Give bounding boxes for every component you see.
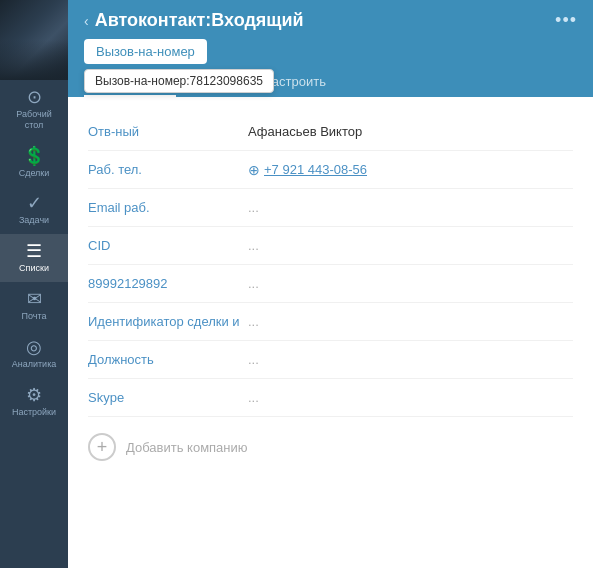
- main-panel: ‹ Автоконтакт:Входящий ••• Вызов-на-номе…: [68, 0, 593, 568]
- header-left: ‹ Автоконтакт:Входящий: [84, 10, 304, 31]
- lists-icon: ☰: [26, 242, 42, 260]
- sidebar-item-settings[interactable]: ⚙Настройки: [0, 378, 68, 426]
- field-value: Афанасьев Виктор: [248, 124, 573, 139]
- field-row: 89992129892...: [88, 265, 573, 303]
- field-value: ...: [248, 390, 573, 405]
- header-top: ‹ Автоконтакт:Входящий •••: [84, 10, 577, 31]
- field-label: Email раб.: [88, 200, 248, 215]
- field-row: CID...: [88, 227, 573, 265]
- field-label: 89992129892: [88, 276, 248, 291]
- sidebar-item-analytics[interactable]: ◎Аналитика: [0, 330, 68, 378]
- content-area: Отв-ныйАфанасьев ВикторРаб. тел.⊕+7 921 …: [68, 97, 593, 568]
- field-value: ...: [248, 352, 573, 367]
- tasks-icon: ✓: [27, 194, 42, 212]
- phone-plus-icon: ⊕: [248, 162, 260, 178]
- call-button-area: Вызов-на-номер Вызов-на-номер:7812309863…: [84, 39, 577, 64]
- sidebar-item-label-analytics: Аналитика: [12, 359, 57, 370]
- sidebar-item-mail[interactable]: ✉Почта: [0, 282, 68, 330]
- sidebar-item-lists[interactable]: ☰Списки: [0, 234, 68, 282]
- field-value: ...: [248, 314, 573, 329]
- call-button[interactable]: Вызов-на-номер: [84, 39, 207, 64]
- sidebar-item-tasks[interactable]: ✓Задачи: [0, 186, 68, 234]
- page-title: Автоконтакт:Входящий: [95, 10, 304, 31]
- field-value: ...: [248, 200, 573, 215]
- field-row: Должность...: [88, 341, 573, 379]
- field-label: CID: [88, 238, 248, 253]
- field-row: Skype...: [88, 379, 573, 417]
- settings-icon: ⚙: [26, 386, 42, 404]
- analytics-icon: ◎: [26, 338, 42, 356]
- call-tooltip: Вызов-на-номер:78123098635: [84, 69, 274, 93]
- field-value[interactable]: ⊕+7 921 443-08-56: [248, 162, 573, 178]
- sidebar-item-dashboard[interactable]: ⊙Рабочий стол: [0, 80, 68, 139]
- field-label: Раб. тел.: [88, 162, 248, 177]
- field-value: ...: [248, 276, 573, 291]
- sidebar-item-label-deals: Сделки: [19, 168, 50, 179]
- sidebar-item-label-lists: Списки: [19, 263, 49, 274]
- sidebar: ⊙Рабочий стол💲Сделки✓Задачи☰Списки✉Почта…: [0, 0, 68, 568]
- add-company-label: Добавить компанию: [126, 440, 248, 455]
- dashboard-icon: ⊙: [27, 88, 42, 106]
- sidebar-item-deals[interactable]: 💲Сделки: [0, 139, 68, 187]
- field-row: Email раб....: [88, 189, 573, 227]
- field-label: Отв-ный: [88, 124, 248, 139]
- deals-icon: 💲: [23, 147, 45, 165]
- add-company-button[interactable]: +Добавить компанию: [88, 433, 573, 461]
- field-value: ...: [248, 238, 573, 253]
- field-row: Раб. тел.⊕+7 921 443-08-56: [88, 151, 573, 189]
- field-label: Должность: [88, 352, 248, 367]
- sidebar-item-label-tasks: Задачи: [19, 215, 49, 226]
- menu-dots-icon[interactable]: •••: [555, 10, 577, 31]
- sidebar-item-label-dashboard: Рабочий стол: [16, 109, 51, 131]
- mail-icon: ✉: [27, 290, 42, 308]
- header: ‹ Автоконтакт:Входящий ••• Вызов-на-номе…: [68, 0, 593, 97]
- sidebar-item-label-mail: Почта: [22, 311, 47, 322]
- field-label: Идентификатор сделки и: [88, 314, 248, 329]
- sidebar-top-image: [0, 0, 68, 80]
- field-row: Отв-ныйАфанасьев Виктор: [88, 113, 573, 151]
- add-company-circle-icon: +: [88, 433, 116, 461]
- field-label: Skype: [88, 390, 248, 405]
- back-button[interactable]: ‹: [84, 13, 89, 29]
- sidebar-item-label-settings: Настройки: [12, 407, 56, 418]
- field-row: Идентификатор сделки и...: [88, 303, 573, 341]
